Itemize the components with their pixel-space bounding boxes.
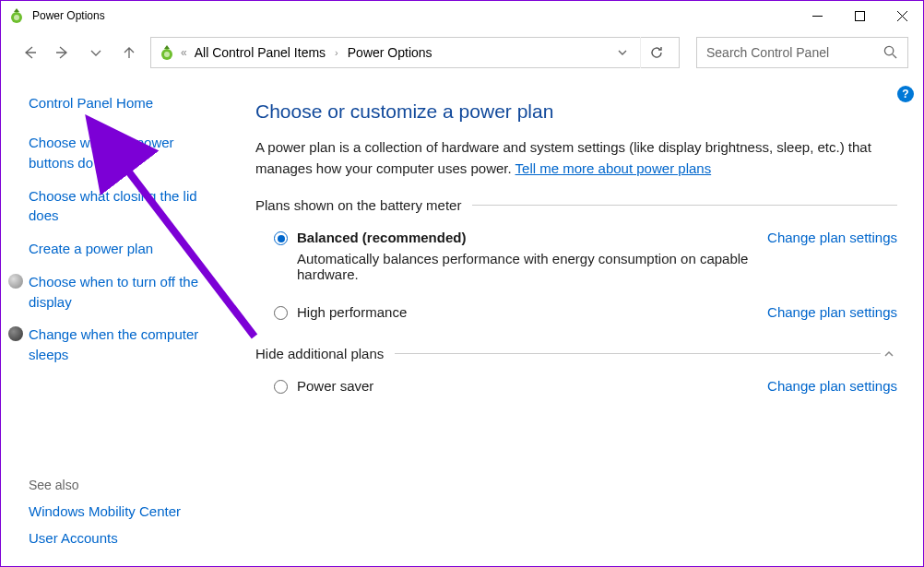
content-area: ? Control Panel Home Choose what the pow… [1,75,923,566]
sidebar-item-closing-lid[interactable]: Choose what closing the lid does [29,186,217,227]
sidebar-item-label: Choose what the power buttons do [29,133,217,173]
sidebar-item-power-buttons[interactable]: Choose what the power buttons do [29,133,217,173]
address-bar[interactable]: « All Control Panel Items › Power Option… [150,37,680,68]
power-options-icon [8,7,25,24]
plan-row-high-performance: High performance Change plan settings [255,301,897,329]
search-input[interactable] [706,45,883,60]
forward-button[interactable] [51,41,75,65]
chevron-up-icon [881,348,897,360]
plan-name[interactable]: Power saver [297,378,373,394]
sidebar: Control Panel Home Choose what the power… [1,75,228,566]
sidebar-item-sleep[interactable]: Change when the computer sleeps [29,325,217,365]
hide-plans-header[interactable]: Hide additional plans [255,346,897,361]
plan-name[interactable]: High performance [297,304,407,320]
plan-radio-power-saver[interactable] [274,380,288,394]
page-description: A power plan is a collection of hardware… [255,137,897,179]
minimize-button[interactable] [796,1,838,30]
maximize-button[interactable] [838,1,881,30]
chevron-right-icon: › [331,47,342,58]
power-options-icon [159,44,175,61]
up-button[interactable] [117,41,141,65]
seealso-mobility-center[interactable]: Windows Mobility Center [29,503,217,519]
change-settings-high-performance[interactable]: Change plan settings [767,304,897,320]
change-settings-power-saver[interactable]: Change plan settings [767,378,897,394]
help-button[interactable]: ? [897,86,914,102]
hide-plans-title: Hide additional plans [255,346,384,361]
breadcrumb-root-chevron[interactable]: « [181,46,187,59]
refresh-button[interactable] [640,37,671,68]
change-settings-balanced[interactable]: Change plan settings [767,230,897,245]
recent-dropdown[interactable] [84,41,108,65]
plans-section-header: Plans shown on the battery meter [255,197,897,213]
plan-row-balanced: Balanced (recommended) Automatically bal… [255,226,897,291]
display-icon [8,274,23,289]
sidebar-item-create-plan[interactable]: Create a power plan [29,239,217,259]
learn-more-link[interactable]: Tell me more about power plans [515,160,712,176]
main-panel: Choose or customize a power plan A power… [228,75,923,566]
window-title: Power Options [32,9,105,22]
breadcrumb-current[interactable]: Power Options [348,45,432,60]
back-button[interactable] [18,41,41,65]
navigation-bar: « All Control Panel Items › Power Option… [1,30,923,75]
sidebar-item-display-off[interactable]: Choose when to turn off the display [29,272,217,313]
window: Power Options « All Control Panel Items … [0,0,924,567]
address-dropdown[interactable] [610,47,634,58]
titlebar: Power Options [1,1,923,30]
sidebar-item-label: Choose when to turn off the display [29,272,217,313]
breadcrumb-prev[interactable]: All Control Panel Items [195,45,326,60]
search-box[interactable] [696,37,908,68]
divider [395,353,881,354]
search-icon[interactable] [883,45,898,60]
page-heading: Choose or customize a power plan [255,100,897,123]
svg-point-4 [164,52,170,57]
see-also-header: See also [29,478,217,492]
sidebar-item-label: Change when the computer sleeps [29,325,217,365]
plan-radio-balanced[interactable] [274,231,288,245]
plan-name[interactable]: Balanced (recommended) [297,230,767,245]
seealso-user-accounts[interactable]: User Accounts [29,530,217,546]
sidebar-item-label: Choose what closing the lid does [29,186,217,227]
plan-radio-high-performance[interactable] [274,306,288,320]
close-button[interactable] [881,1,923,30]
plan-row-power-saver: Power saver Change plan settings [255,374,897,403]
divider [472,205,897,206]
svg-point-5 [884,46,893,54]
svg-rect-2 [855,11,864,20]
plan-sub: Automatically balances performance with … [297,251,767,282]
see-also-section: See also Windows Mobility Center User Ac… [29,441,217,557]
plans-section-title: Plans shown on the battery meter [255,197,461,213]
svg-point-1 [14,15,19,20]
sidebar-item-label: Create a power plan [29,239,153,259]
control-panel-home-link[interactable]: Control Panel Home [29,95,217,111]
moon-icon [8,326,23,341]
